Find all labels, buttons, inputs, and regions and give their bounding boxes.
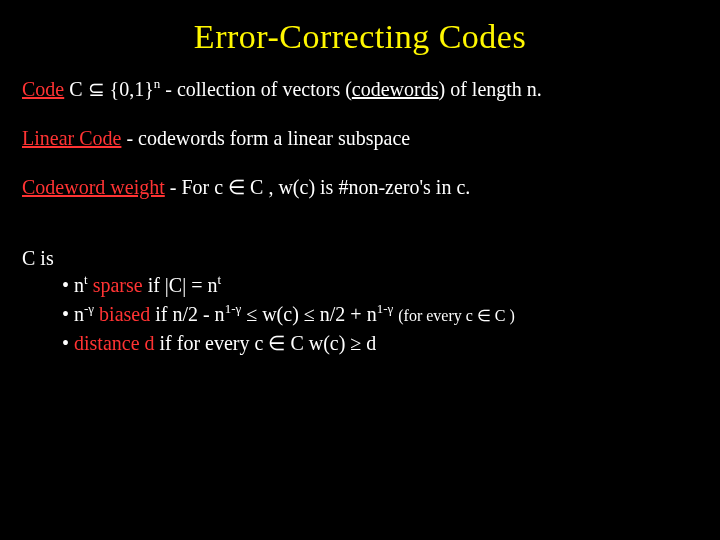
def-weight: Codeword weight - For c ∈ C , w(c) is #n… bbox=[22, 174, 698, 201]
slide-title: Error-Correcting Codes bbox=[22, 18, 698, 56]
bullet-list: nt sparse if |C| = nt n-γ biased if n/2 … bbox=[22, 272, 698, 357]
term-sparse: sparse bbox=[93, 274, 143, 296]
code-rest2: ) of length n. bbox=[439, 78, 542, 100]
biased-tail: (for every c ∈ C ) bbox=[398, 307, 515, 324]
codewords: codewords bbox=[352, 78, 439, 100]
term-biased: biased bbox=[99, 303, 150, 325]
code-rest1: - collection of vectors ( bbox=[160, 78, 352, 100]
bullet-biased: n-γ biased if n/2 - n1-γ ≤ w(c) ≤ n/2 + … bbox=[62, 301, 698, 328]
slide: Error-Correcting Codes Code C ⊆ {0,1}n -… bbox=[0, 0, 720, 540]
term-code: Code bbox=[22, 78, 64, 100]
def-linear: Linear Code - codewords form a linear su… bbox=[22, 125, 698, 152]
bullet-sparse: nt sparse if |C| = nt bbox=[62, 272, 698, 299]
code-math: C ⊆ {0,1}n bbox=[69, 78, 160, 100]
linear-rest: - codewords form a linear subspace bbox=[121, 127, 410, 149]
properties-block: C is nt sparse if |C| = nt n-γ biased if… bbox=[22, 247, 698, 357]
term-distance: distance d bbox=[74, 332, 160, 354]
term-weight: Codeword weight bbox=[22, 176, 165, 198]
term-linear: Linear Code bbox=[22, 127, 121, 149]
def-code: Code C ⊆ {0,1}n - collection of vectors … bbox=[22, 76, 698, 103]
bullet-distance: distance d if for every c ∈ C w(c) ≥ d bbox=[62, 330, 698, 357]
c-is: C is bbox=[22, 247, 698, 270]
weight-rest: - For c ∈ C , w(c) is #non-zero's in c. bbox=[165, 176, 471, 198]
